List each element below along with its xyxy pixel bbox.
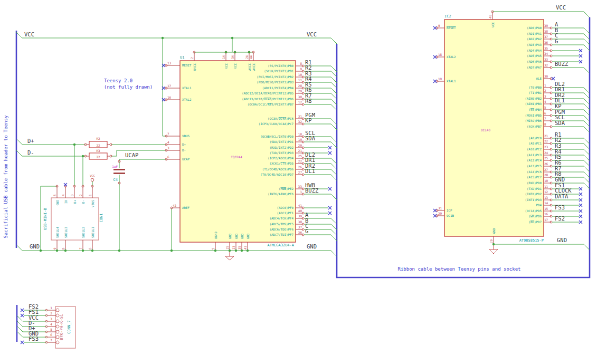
ic2-ref: IC2 [444, 14, 451, 18]
net-label: FS3 [29, 336, 39, 342]
wire-bus-entry [584, 93, 590, 99]
pin-number: 15 [225, 245, 229, 250]
wire-bus-entry [584, 104, 590, 110]
pin-name: VCC [225, 63, 228, 69]
pin-name: (SCK)PB7 [527, 125, 542, 128]
conn7-pin-2: 2FS1 [21, 309, 59, 317]
pin-number: 9 [438, 24, 440, 27]
pin-number: 10 [544, 179, 548, 183]
pin-number: 31 [298, 114, 302, 118]
noconnect-x-icon [21, 309, 24, 312]
pin-number: 4 [61, 194, 65, 196]
noconnect-x-icon [328, 187, 331, 190]
wire-dminus-right [111, 150, 166, 156]
pin-number: 32 [298, 120, 302, 123]
wire-bus-entry [331, 164, 337, 169]
wire-bus-entry [331, 137, 337, 142]
pin-name: (OC3A/OC4A)PC6 [268, 117, 293, 120]
pin-number: 8 [61, 247, 65, 250]
wire-bus-entry [584, 45, 590, 51]
vcc-symbol-label: VCC [90, 174, 95, 177]
pin-name: (A14)PC6 [527, 170, 542, 174]
noconnect-x-icon [64, 183, 67, 186]
pin-number: 19 [298, 138, 302, 141]
pin-number: 15 [544, 207, 548, 210]
net-label: SDA [305, 135, 316, 141]
wire-bus-entry [584, 116, 590, 121]
noconnect-x-icon [579, 215, 582, 218]
wire-bus-entry [331, 158, 337, 164]
pin-number: 40 [488, 14, 492, 18]
pin-number: 31 [438, 206, 442, 210]
pin-name: (A13)PC5 [527, 165, 542, 168]
pin-number: 32 [544, 63, 548, 67]
pin-number: 26 [544, 162, 548, 166]
pin-number: 9 [53, 247, 56, 250]
pin-name: (ADC0)PF0 [277, 206, 294, 209]
pin-number: 1 [88, 194, 92, 196]
pin-number: 25 [544, 156, 548, 160]
pin-name: SHELL2 [82, 227, 85, 238]
pin-number: 13 [544, 196, 548, 199]
con1-ref: CON1 [99, 214, 103, 223]
gnd-symbol-icon [489, 244, 498, 254]
junction-dot [162, 37, 164, 39]
wire-bus-entry [584, 34, 590, 40]
noconnect-x-icon [579, 209, 582, 213]
connector-pad [56, 320, 59, 323]
wire-bus-entry [331, 142, 337, 148]
pin-number: 37 [544, 35, 548, 39]
junction-dot [241, 250, 243, 252]
pin-name: D- [182, 149, 186, 152]
noconnect-x-icon [328, 151, 331, 155]
pin-name: GND [492, 228, 496, 234]
noconnect-x-icon [579, 60, 582, 63]
pin-name: (AD3)PA3 [527, 43, 542, 46]
pin-name: (ICP2/ADC8)PD4 [268, 157, 293, 160]
pin-number: 6 [50, 333, 52, 337]
net-label: G [305, 228, 308, 234]
wire-bus-entry [584, 183, 590, 189]
pin-name: RESET [447, 26, 456, 30]
pin-number: 36 [298, 231, 302, 234]
pin-name: ICP [447, 209, 452, 212]
connector-pad [56, 325, 59, 328]
net-label: DL1 [305, 168, 315, 174]
pin-name: (T0/OC4D/ADC10)PD7 [260, 173, 293, 176]
pin-number: 20 [489, 239, 493, 243]
resistor-r3: R3 22 [84, 149, 112, 159]
pin-name: VBUS [182, 135, 189, 138]
pin-number: 18 [298, 132, 302, 136]
pin-name: (AD0)PA0 [527, 26, 542, 30]
pin-number: 29 [438, 212, 442, 215]
pin-number: 30 [298, 95, 302, 99]
pin-number: 14 [222, 55, 225, 59]
pin-number: 3 [167, 146, 169, 150]
pin-number: 2 [544, 89, 546, 92]
pin-name: UCAP [182, 158, 189, 161]
pin-name: D+ [73, 199, 77, 203]
noconnect-x-icon [579, 187, 582, 190]
u1-ref: U1 [180, 55, 184, 60]
junction-dot [170, 250, 173, 252]
noconnect-x-icon [579, 193, 582, 196]
pin-number: 1 [544, 83, 546, 87]
pin-name: (ADC13/OC1B/OC4B/PCINT13)PB6 [242, 98, 293, 101]
pin-name: (AIN1)PB3 [525, 102, 542, 106]
u1-part: ATMEGA32U4-A [267, 243, 294, 247]
net-label-ucap: UCAP [125, 152, 138, 158]
pin-number: 19 [438, 77, 442, 81]
pin-number: 39 [298, 214, 302, 218]
pin-name: (OC1A)PD5 [525, 209, 542, 213]
pin-number: 33 [298, 185, 302, 188]
wire-bus-entry [331, 66, 337, 72]
wire-ucap [119, 159, 166, 168]
pin-number: 16 [167, 95, 172, 99]
pin-name: SHELL4 [56, 227, 59, 238]
ic2-footprint: DIL40 [481, 128, 490, 132]
pin-name: GND [235, 233, 238, 239]
pin-number: 5 [53, 194, 56, 196]
pin-number: 6 [167, 155, 169, 159]
pin-number: 30 [544, 74, 548, 78]
note-ribbon-cable: Ribbon cable between Teensy pins and soc… [398, 266, 521, 272]
